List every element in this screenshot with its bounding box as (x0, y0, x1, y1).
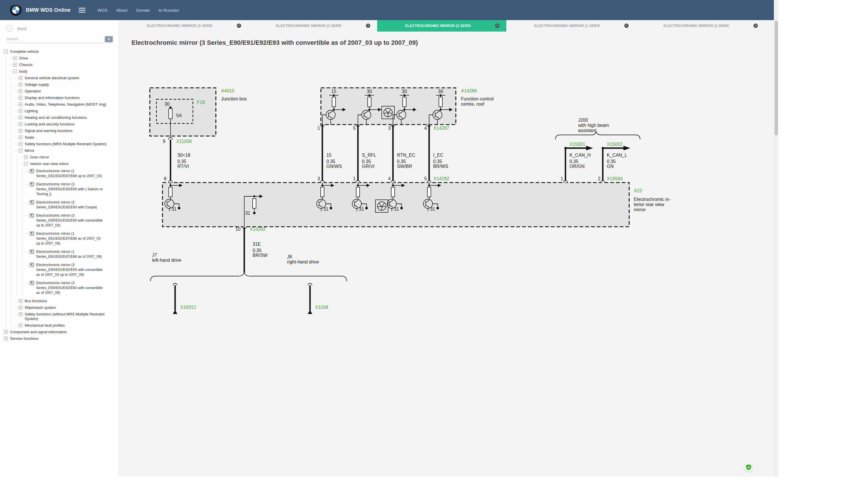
collapse-icon[interactable]: − (13, 70, 17, 73)
expand-icon[interactable]: + (19, 129, 22, 133)
label-x1108[interactable]: X1108 (315, 305, 328, 310)
menu-icon[interactable] (79, 7, 85, 14)
expand-icon[interactable]: + (19, 109, 22, 113)
expand-icon[interactable]: + (24, 155, 28, 159)
component-a22-mirror[interactable] (163, 183, 629, 227)
tree-leaf-item[interactable]: Electrochromic mirror (3 Series_E90/E91/… (26, 213, 117, 229)
wire-label: 0.35 (327, 159, 335, 164)
expand-icon[interactable]: + (19, 102, 22, 106)
shield-button[interactable] (744, 463, 753, 472)
label-x15002[interactable]: X15002 (607, 142, 623, 147)
tree-branch-item[interactable]: +Safety functions (MRS Multiple Restrain… (15, 141, 117, 147)
tree-leaf-item[interactable]: Electrochromic mirror (1 Series_E81/E82/… (26, 249, 117, 260)
label-x10012[interactable]: X10012 (180, 305, 196, 310)
tree-branch-item[interactable]: +Heating and air conditioning functions (15, 114, 117, 121)
label-x19594[interactable]: X19594 (607, 176, 623, 181)
collapse-icon[interactable]: − (19, 149, 22, 152)
collapse-icon[interactable]: − (4, 50, 8, 53)
tab[interactable]: ELECTROCHROMIC MIRROR (3 SERIE✕ (119, 20, 248, 32)
tab-close-icon[interactable]: ✕ (754, 23, 758, 28)
expand-icon[interactable]: + (19, 122, 22, 126)
tree-leaf-item[interactable]: Electrochromic mirror (3 Series_E90/E91/… (26, 262, 117, 278)
tree-branch-item[interactable]: +Audio, Video, Telephone, Navigation (MO… (15, 101, 117, 107)
expand-icon[interactable]: + (19, 142, 22, 146)
label-x14292-top[interactable]: X14292 (433, 176, 449, 181)
label-a14286[interactable]: A14286 (461, 89, 477, 93)
expand-icon[interactable]: + (19, 96, 22, 100)
expand-icon[interactable]: + (13, 56, 17, 60)
expand-icon[interactable]: + (4, 330, 8, 334)
component-a14286-function-control-centre[interactable] (321, 88, 456, 125)
tree-branch-item[interactable]: +Component and signal information (4, 329, 117, 335)
expand-icon[interactable]: + (19, 76, 22, 80)
expand-icon[interactable]: + (19, 83, 22, 86)
tree-branch-item[interactable]: +Safety functions (without MRS Multiple … (15, 311, 117, 322)
tab-active[interactable]: ELECTROCHROMIC MIRROR (3 SERIE✕ (377, 20, 506, 32)
nav-link[interactable]: Donate (136, 8, 150, 13)
scrollbar-thumb[interactable] (775, 21, 778, 135)
tab-close-icon[interactable]: ✕ (624, 23, 629, 28)
scrollbar[interactable] (774, 0, 778, 476)
tree-branch-item[interactable]: +Operation (15, 88, 117, 94)
tab-close-icon[interactable]: ✕ (366, 23, 370, 28)
label-x15001[interactable]: X15001 (569, 142, 585, 147)
expand-icon[interactable]: + (19, 306, 22, 309)
tree-leaf-item[interactable]: Electrochromic mirror (1 Series_E81/E82/… (26, 230, 117, 247)
expand-icon[interactable]: + (13, 63, 17, 66)
tree-branch-item[interactable]: +Locking and security functions (15, 121, 117, 127)
clear-search-button[interactable]: x (105, 36, 113, 42)
tree-branch-item[interactable]: −body (10, 68, 117, 75)
brand[interactable]: B M W BMW WDS Online (10, 4, 71, 16)
expand-icon[interactable]: + (19, 89, 22, 93)
tree-branch-item[interactable]: +Door mirror (20, 154, 117, 161)
nav-link[interactable]: About (116, 8, 127, 13)
tree-branch-item[interactable]: +Lighting (15, 108, 117, 114)
label-a22[interactable]: A22 (634, 188, 642, 193)
component-a4010-junction-box[interactable] (150, 88, 216, 140)
tree-branch-item[interactable]: +Drive (10, 55, 117, 61)
tree-branch-item[interactable]: −Mirror (15, 147, 117, 154)
search-input[interactable] (6, 35, 105, 42)
tree-branch-item[interactable]: +Display and information functions (15, 95, 117, 101)
tree-branch-label: body (19, 69, 27, 74)
tree-branch-item[interactable]: +Wipe/wash system (15, 305, 117, 311)
tree-leaf-item[interactable]: Electrochromic mirror (3 Series_E90/E91/… (26, 280, 117, 296)
tree-branch-item[interactable]: +Signal and warning functions (15, 128, 117, 134)
tree-branch-item[interactable]: +General vehicle electrical system (15, 75, 117, 81)
tree-branch-item[interactable]: −interior rear-view mirror (20, 161, 117, 167)
tree-branch-item[interactable]: +Bus functions (15, 298, 117, 304)
tree-branch-item[interactable]: +Voltage supply (15, 82, 117, 88)
svg-text:M: M (16, 4, 17, 6)
label-a4010[interactable]: A4010 (221, 89, 234, 93)
tab-close-icon[interactable]: ✕ (495, 23, 499, 28)
tab[interactable]: ELECTROCHROMIC MIRROR (3 SERIE✕ (636, 20, 765, 32)
tree-leaf-item[interactable]: Electrochromic mirror (1 Series_E81/E82/… (26, 168, 117, 179)
expand-icon[interactable]: + (19, 135, 22, 139)
tree-branch-item[interactable]: −Complete vehicle (4, 49, 117, 55)
expand-icon[interactable]: + (19, 312, 22, 316)
tree-branch-item[interactable]: +Chassis (10, 62, 117, 68)
terminal-label: 15 (331, 89, 337, 94)
expand-icon[interactable]: + (19, 116, 22, 120)
label-x11008[interactable]: X11008 (176, 139, 192, 144)
collapse-icon[interactable]: − (24, 162, 28, 166)
expand-icon[interactable]: + (19, 323, 22, 327)
tree-leaf-item[interactable]: Electrochromic mirror (3 Series_E90/E91/… (26, 181, 117, 197)
label-x14292-bottom[interactable]: X14292 (250, 227, 266, 232)
nav-link[interactable]: WDS (97, 8, 107, 13)
tab[interactable]: ELECTROCHROMIC MIRROR (1 SERIE✕ (506, 20, 636, 32)
label-f18[interactable]: F18 (197, 100, 205, 105)
tab-close-icon[interactable]: ✕ (237, 23, 241, 28)
nav-link[interactable]: to Russian (158, 8, 179, 13)
top-navbar: B M W BMW WDS Online WDSAboutDonateto Ru… (0, 0, 774, 20)
expand-icon[interactable]: + (4, 337, 8, 340)
label-x14287[interactable]: X14287 (433, 126, 449, 131)
back-button[interactable]: ‹ Back (0, 20, 118, 33)
tree-branch-item[interactable]: +Service functions (4, 336, 117, 342)
tree-branch-label: Door mirror (30, 155, 49, 160)
expand-icon[interactable]: + (19, 299, 22, 303)
tree-branch-item[interactable]: +Mechanical fault profiles (15, 322, 117, 329)
tree-branch-item[interactable]: +Seats (15, 134, 117, 141)
tree-leaf-item[interactable]: Electrochromic mirror (3 Series_E90/E91/… (26, 199, 117, 211)
tab[interactable]: ELECTROCHROMIC MIRROR (3 SERIE✕ (248, 20, 377, 32)
